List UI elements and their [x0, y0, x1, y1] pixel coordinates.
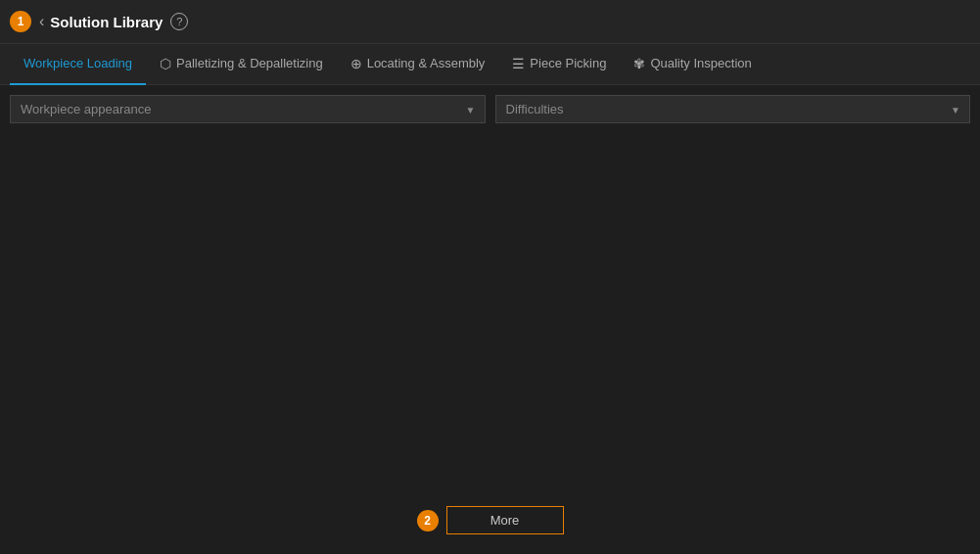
- badge-2: 2: [417, 510, 439, 531]
- tab-workpiece-loading-label: Workpiece Loading: [23, 56, 132, 70]
- quality-inspection-icon: ✾: [633, 56, 645, 71]
- content-area: 2 More: [0, 133, 980, 554]
- piece-picking-icon: ☰: [512, 56, 525, 71]
- more-button[interactable]: More: [446, 506, 564, 534]
- page-title: Solution Library: [50, 14, 163, 30]
- page-wrapper: 1 ‹ Solution Library ? Workpiece Loading…: [0, 0, 980, 554]
- tab-quality-inspection[interactable]: ✾ Quality Inspection: [620, 44, 765, 85]
- locating-icon: ⊕: [350, 56, 362, 71]
- tab-palletizing-depalletizing-label: Palletizing & Depalletizing: [176, 56, 323, 70]
- back-arrow-icon[interactable]: ‹: [39, 13, 44, 30]
- help-icon[interactable]: ?: [170, 13, 188, 30]
- tab-locating-assembly[interactable]: ⊕ Locating & Assembly: [337, 44, 499, 85]
- palletizing-icon: ⬡: [160, 56, 171, 71]
- difficulties-wrapper: Difficulties: [495, 95, 971, 123]
- difficulties-select[interactable]: Difficulties: [495, 95, 971, 123]
- filter-row: Workpiece appearance Difficulties: [0, 85, 980, 133]
- tab-piece-picking-label: Piece Picking: [530, 56, 606, 70]
- tab-piece-picking[interactable]: ☰ Piece Picking: [498, 44, 620, 85]
- tab-workpiece-loading[interactable]: Workpiece Loading: [10, 44, 146, 85]
- header: 1 ‹ Solution Library ?: [0, 0, 980, 44]
- tab-locating-assembly-label: Locating & Assembly: [367, 56, 486, 70]
- more-btn-container: 2 More: [417, 506, 564, 534]
- workpiece-appearance-select[interactable]: Workpiece appearance: [10, 95, 486, 123]
- tab-quality-inspection-label: Quality Inspection: [650, 56, 751, 70]
- workpiece-appearance-wrapper: Workpiece appearance: [10, 95, 486, 123]
- tabs-bar: Workpiece Loading ⬡ Palletizing & Depall…: [0, 44, 980, 85]
- badge-1: 1: [10, 11, 31, 32]
- tab-palletizing-depalletizing[interactable]: ⬡ Palletizing & Depalletizing: [146, 44, 337, 85]
